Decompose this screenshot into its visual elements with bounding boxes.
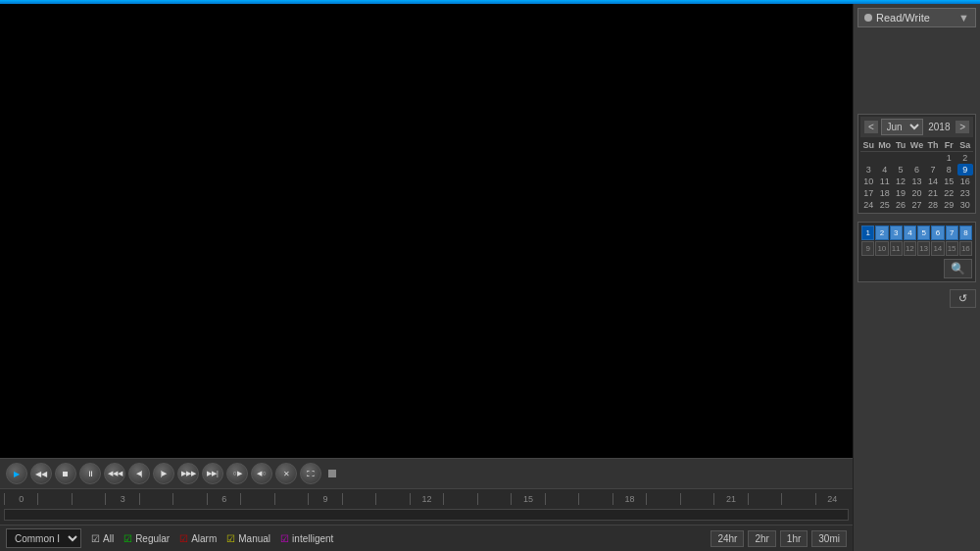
ruler-tick-3: 3 bbox=[105, 493, 138, 505]
cal-day[interactable]: 23 bbox=[957, 187, 973, 199]
cal-day[interactable]: 22 bbox=[941, 187, 956, 199]
legend-manual: ☑ Manual bbox=[226, 533, 270, 544]
cam-btn-5[interactable]: 5 bbox=[917, 225, 930, 240]
cam-btn-15[interactable]: 15 bbox=[946, 241, 958, 256]
fast-rewind-button[interactable]: ◀◀◀ bbox=[104, 463, 125, 484]
search-btn-container: 🔍 bbox=[861, 259, 972, 278]
calendar-container: < JanFebMarApr MayJunJulAug SepOctNovDec… bbox=[858, 114, 976, 214]
alarm-label: Alarm bbox=[191, 533, 217, 544]
cam-btn-7[interactable]: 7 bbox=[946, 225, 958, 240]
cal-day[interactable]: 6 bbox=[908, 164, 924, 175]
channel-select[interactable]: Common I Channel 1 Channel 2 bbox=[6, 528, 81, 548]
cal-day[interactable]: 26 bbox=[893, 199, 908, 211]
cal-prev-button[interactable]: < bbox=[864, 121, 878, 133]
cal-day[interactable]: 30 bbox=[957, 199, 973, 211]
cal-day[interactable]: 19 bbox=[893, 187, 908, 199]
bottom-controls: ▶ ◀◀ ⏹ ⏸ ◀◀◀ ◀| |▶ ▶▶▶ ▶▶| ○▶ ◀○ ✕ ⛶ bbox=[0, 458, 853, 551]
regular-label: Regular bbox=[135, 533, 170, 544]
year-display: 2018 bbox=[925, 122, 953, 132]
cal-day[interactable]: 28 bbox=[925, 199, 941, 211]
slow-fwd-button[interactable]: ○▶ bbox=[226, 463, 248, 484]
cal-day[interactable]: 16 bbox=[957, 175, 973, 187]
ruler-tick-19 bbox=[646, 493, 679, 505]
cal-day[interactable]: 5 bbox=[893, 164, 908, 175]
cal-day[interactable]: 25 bbox=[876, 199, 892, 211]
cal-day[interactable]: 20 bbox=[908, 187, 924, 199]
read-write-dropdown[interactable]: Read/Write ▼ bbox=[858, 8, 976, 27]
cal-day[interactable]: 9 bbox=[957, 164, 973, 175]
cam-btn-14[interactable]: 14 bbox=[931, 241, 944, 256]
cal-day[interactable]: 12 bbox=[893, 175, 908, 187]
all-label: All bbox=[103, 533, 114, 544]
cal-day[interactable]: 13 bbox=[908, 175, 924, 187]
cam-btn-9[interactable]: 9 bbox=[861, 241, 874, 256]
cam-btn-2[interactable]: 2 bbox=[875, 225, 888, 240]
time-30min-button[interactable]: 30mi bbox=[811, 530, 847, 547]
rw-arrow-icon: ▼ bbox=[958, 12, 969, 24]
end-button[interactable]: ▶▶| bbox=[202, 463, 223, 484]
pause-button[interactable]: ⏸ bbox=[79, 463, 101, 484]
legend-intelligent: ☑ intelligent bbox=[280, 533, 333, 544]
ruler-tick-2 bbox=[72, 493, 105, 505]
cal-day[interactable]: 3 bbox=[860, 164, 876, 175]
cal-day[interactable]: 18 bbox=[876, 187, 892, 199]
play-button[interactable]: ▶ bbox=[6, 463, 27, 484]
step-fwd-button[interactable]: |▶ bbox=[153, 463, 174, 484]
timeline-area: 03691215182124 bbox=[0, 489, 853, 525]
step-back-button[interactable]: ◀| bbox=[128, 463, 150, 484]
timeline-ruler[interactable]: 03691215182124 bbox=[0, 491, 853, 507]
cam-btn-11[interactable]: 11 bbox=[890, 241, 903, 256]
cal-day[interactable]: 29 bbox=[941, 199, 956, 211]
calendar-grid: Su Mo Tu We Th Fr Sa 1234567891011121314… bbox=[860, 139, 973, 211]
cam-btn-1[interactable]: 1 bbox=[861, 225, 874, 240]
close-button[interactable]: ✕ bbox=[275, 463, 297, 484]
calendar-header: < JanFebMarApr MayJunJulAug SepOctNovDec… bbox=[860, 117, 973, 137]
stop-indicator bbox=[328, 470, 336, 477]
cam-btn-10[interactable]: 10 bbox=[875, 241, 888, 256]
cam-btn-13[interactable]: 13 bbox=[917, 241, 930, 256]
ruler-tick-13 bbox=[443, 493, 476, 505]
cal-day[interactable]: 2 bbox=[957, 152, 973, 165]
cam-btn-8[interactable]: 8 bbox=[959, 225, 972, 240]
cal-day[interactable]: 10 bbox=[860, 175, 876, 187]
cal-day[interactable]: 14 bbox=[925, 175, 941, 187]
fullscreen-button[interactable]: ⛶ bbox=[300, 463, 321, 484]
ruler-tick-23 bbox=[781, 493, 814, 505]
cal-hdr-mo: Mo bbox=[876, 139, 892, 152]
cal-day[interactable]: 21 bbox=[925, 187, 941, 199]
search-button[interactable]: 🔍 bbox=[944, 259, 972, 278]
cal-day[interactable]: 27 bbox=[908, 199, 924, 211]
timeline-ruler-inner: 03691215182124 bbox=[4, 493, 849, 505]
time-2hr-button[interactable]: 2hr bbox=[748, 530, 775, 547]
cal-day[interactable]: 7 bbox=[925, 164, 941, 175]
rewind-button[interactable]: ◀◀ bbox=[30, 463, 52, 484]
cal-day[interactable]: 24 bbox=[860, 199, 876, 211]
time-1hr-button[interactable]: 1hr bbox=[780, 530, 808, 547]
ruler-tick-6: 6 bbox=[207, 493, 240, 505]
cal-next-button[interactable]: > bbox=[956, 121, 969, 133]
right-sidebar: Read/Write ▼ < JanFebMarApr MayJunJulAug… bbox=[853, 4, 980, 551]
cam-btn-16[interactable]: 16 bbox=[959, 241, 972, 256]
cal-day[interactable]: 8 bbox=[941, 164, 956, 175]
cam-btn-6[interactable]: 6 bbox=[931, 225, 944, 240]
cal-hdr-tu: Tu bbox=[893, 139, 908, 152]
slow-rev-button[interactable]: ◀○ bbox=[251, 463, 272, 484]
cal-day[interactable]: 1 bbox=[941, 152, 956, 165]
stop-button[interactable]: ⏹ bbox=[55, 463, 76, 484]
ruler-tick-22 bbox=[748, 493, 781, 505]
cal-day[interactable]: 17 bbox=[860, 187, 876, 199]
sidebar-spacer bbox=[858, 31, 976, 110]
cam-btn-4[interactable]: 4 bbox=[904, 225, 916, 240]
cal-day[interactable]: 15 bbox=[941, 175, 956, 187]
cam-btn-12[interactable]: 12 bbox=[904, 241, 916, 256]
cal-day[interactable]: 4 bbox=[876, 164, 892, 175]
fast-fwd-button[interactable]: ▶▶▶ bbox=[177, 463, 199, 484]
playback-buttons: ▶ ◀◀ ⏹ ⏸ ◀◀◀ ◀| |▶ ▶▶▶ ▶▶| ○▶ ◀○ ✕ ⛶ bbox=[0, 459, 853, 489]
month-select[interactable]: JanFebMarApr MayJunJulAug SepOctNovDec bbox=[881, 119, 923, 135]
timeline-track[interactable] bbox=[4, 509, 849, 521]
refresh-button[interactable]: ↺ bbox=[950, 289, 976, 308]
cam-btn-3[interactable]: 3 bbox=[890, 225, 903, 240]
time-24hr-button[interactable]: 24hr bbox=[710, 530, 744, 547]
cal-day[interactable]: 11 bbox=[876, 175, 892, 187]
status-bar: Common I Channel 1 Channel 2 ☑ All ☑ Reg… bbox=[0, 525, 853, 551]
